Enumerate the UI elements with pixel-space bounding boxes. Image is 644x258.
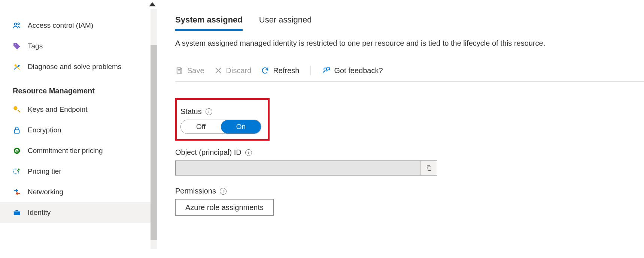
permissions-label-row: Permissions i bbox=[175, 187, 644, 195]
scroll-thumb[interactable] bbox=[151, 45, 157, 240]
svg-point-1 bbox=[18, 23, 19, 25]
save-label: Save bbox=[187, 66, 204, 75]
tag-icon bbox=[13, 42, 21, 50]
toolbar: Save Discard Refresh Got feedback? bbox=[175, 66, 644, 82]
copy-button[interactable] bbox=[420, 161, 437, 175]
save-button: Save bbox=[175, 66, 204, 75]
info-icon[interactable]: i bbox=[220, 188, 227, 195]
sidebar-item-label: Networking bbox=[28, 188, 63, 196]
discard-label: Discard bbox=[226, 66, 252, 75]
svg-point-14 bbox=[324, 68, 326, 70]
refresh-button[interactable]: Refresh bbox=[261, 66, 299, 75]
sidebar-item-keys-endpoint[interactable]: Keys and Endpoint bbox=[0, 99, 157, 120]
scroll-up-arrow-icon[interactable] bbox=[149, 2, 156, 6]
sidebar-item-diagnose[interactable]: Diagnose and solve problems bbox=[0, 56, 157, 77]
key-icon bbox=[13, 105, 21, 114]
sidebar-item-label: Identity bbox=[28, 208, 51, 217]
sidebar-item-access-control[interactable]: Access control (IAM) bbox=[0, 15, 157, 36]
refresh-label: Refresh bbox=[273, 66, 299, 75]
svg-rect-12 bbox=[15, 210, 18, 211]
svg-rect-5 bbox=[15, 130, 19, 133]
sidebar: Access control (IAM) Tags Diagnose and s… bbox=[0, 0, 157, 258]
svg-point-2 bbox=[15, 44, 16, 45]
sidebar-item-identity[interactable]: Identity bbox=[0, 202, 157, 223]
identity-icon bbox=[13, 208, 21, 217]
object-id-field: Object (principal) ID i bbox=[175, 148, 644, 176]
permissions-field: Permissions i Azure role assignments bbox=[175, 187, 644, 216]
status-label-row: Status i bbox=[180, 107, 261, 116]
feedback-button[interactable]: Got feedback? bbox=[322, 66, 383, 75]
sidebar-item-label: Tags bbox=[28, 42, 43, 50]
svg-rect-15 bbox=[428, 167, 431, 171]
feedback-label: Got feedback? bbox=[334, 66, 383, 75]
sidebar-item-encryption[interactable]: Encryption bbox=[0, 120, 157, 140]
sidebar-item-pricing-tier[interactable]: Pricing tier bbox=[0, 161, 157, 182]
tab-system-assigned[interactable]: System assigned bbox=[175, 15, 243, 31]
sidebar-item-label: Pricing tier bbox=[28, 167, 61, 176]
info-icon[interactable]: i bbox=[206, 108, 212, 115]
sidebar-item-commitment-tier[interactable]: $ Commitment tier pricing bbox=[0, 140, 157, 161]
tabs: System assigned User assigned bbox=[175, 15, 644, 31]
status-label: Status bbox=[180, 107, 202, 116]
object-id-input[interactable] bbox=[176, 161, 420, 175]
lock-icon bbox=[13, 126, 21, 134]
azure-role-assignments-button[interactable]: Azure role assignments bbox=[175, 199, 274, 216]
people-icon bbox=[13, 21, 21, 30]
tab-user-assigned[interactable]: User assigned bbox=[259, 15, 312, 31]
status-toggle[interactable]: Off On bbox=[180, 120, 261, 134]
sidebar-item-networking[interactable]: Networking bbox=[0, 182, 157, 202]
svg-point-0 bbox=[14, 23, 16, 25]
dollar-circle-icon: $ bbox=[13, 147, 21, 155]
object-id-label-row: Object (principal) ID i bbox=[175, 148, 644, 157]
sidebar-section-header: Resource Management bbox=[0, 77, 157, 99]
sidebar-item-label: Keys and Endpoint bbox=[28, 105, 88, 114]
main-content: System assigned User assigned A system a… bbox=[157, 0, 644, 258]
status-highlight-box: Status i Off On bbox=[175, 98, 270, 141]
sidebar-item-label: Commitment tier pricing bbox=[28, 147, 103, 155]
svg-point-3 bbox=[15, 64, 17, 66]
tools-icon bbox=[13, 63, 21, 71]
status-toggle-on[interactable]: On bbox=[221, 120, 261, 134]
svg-text:$: $ bbox=[16, 149, 18, 152]
object-id-row bbox=[175, 160, 437, 176]
pricing-tier-icon bbox=[13, 167, 21, 176]
sidebar-item-tags[interactable]: Tags bbox=[0, 36, 157, 56]
svg-rect-9 bbox=[14, 169, 19, 174]
sidebar-item-label: Access control (IAM) bbox=[28, 21, 93, 30]
networking-icon bbox=[13, 188, 21, 196]
toolbar-separator bbox=[310, 66, 311, 75]
sidebar-item-label: Diagnose and solve problems bbox=[28, 63, 121, 71]
discard-button: Discard bbox=[214, 66, 252, 75]
info-icon[interactable]: i bbox=[245, 149, 252, 156]
tab-description: A system assigned managed identity is re… bbox=[175, 39, 644, 48]
svg-rect-13 bbox=[178, 71, 180, 73]
status-toggle-off[interactable]: Off bbox=[181, 120, 221, 134]
object-id-label: Object (principal) ID bbox=[175, 148, 242, 157]
permissions-label: Permissions bbox=[175, 187, 216, 195]
sidebar-item-label: Encryption bbox=[28, 126, 61, 134]
